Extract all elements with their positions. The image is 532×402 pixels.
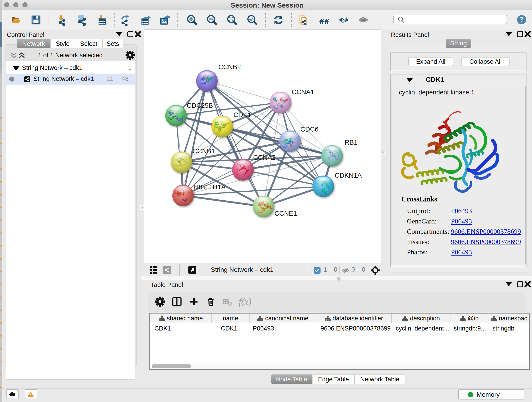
svg-text:CDC6: CDC6 (300, 126, 318, 133)
svg-text:CCNA2: CCNA2 (253, 154, 276, 161)
svg-text:RB1: RB1 (345, 139, 357, 146)
svg-text:CCNA1: CCNA1 (292, 88, 314, 96)
svg-text:CCNB1: CCNB1 (192, 147, 215, 155)
svg-text:CDKN1A: CDKN1A (335, 172, 362, 179)
svg-text:CDC25B: CDC25B (187, 102, 213, 109)
svg-text:HIST1H1A: HIST1H1A (194, 183, 226, 191)
svg-text:CCNE1: CCNE1 (274, 210, 297, 217)
svg-text:CCNB2: CCNB2 (218, 63, 241, 70)
svg-text:CDK1: CDK1 (234, 111, 251, 119)
